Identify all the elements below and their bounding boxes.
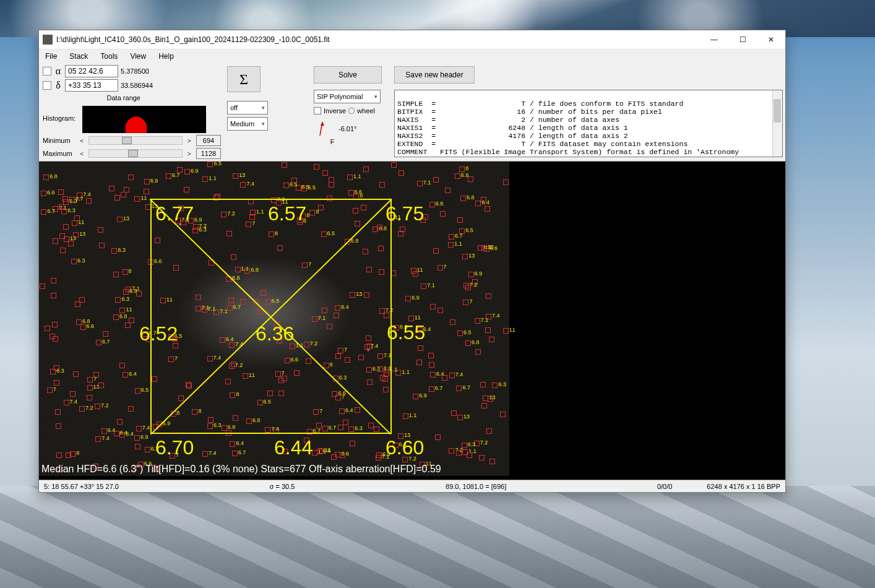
minimum-value[interactable]: 694 bbox=[196, 135, 221, 146]
hfd-mid-left: 6.52 bbox=[139, 322, 178, 345]
star-box bbox=[71, 259, 77, 264]
status-sigma: σ = 30.5 bbox=[265, 483, 300, 490]
save-header-button[interactable]: Save new header bbox=[394, 66, 475, 84]
star-box bbox=[66, 452, 71, 458]
star-box bbox=[125, 322, 131, 328]
hfd-top-right: 6.75 bbox=[386, 202, 424, 225]
star-hfd-label: 11 bbox=[140, 195, 147, 201]
quality-select[interactable]: Medium▾ bbox=[227, 117, 268, 131]
star-box bbox=[399, 170, 404, 176]
min-inc-button[interactable]: > bbox=[185, 137, 194, 144]
star-box bbox=[101, 428, 107, 434]
star-hfd-label: 7.1 bbox=[427, 282, 435, 288]
app-icon bbox=[43, 35, 53, 45]
star-box bbox=[74, 215, 80, 221]
star-hfd-label: 1.1 bbox=[209, 175, 217, 181]
minimize-button[interactable]: — bbox=[700, 30, 728, 49]
star-box bbox=[403, 413, 408, 419]
star-hfd-label: 6.6 bbox=[323, 447, 331, 454]
star-box bbox=[460, 196, 466, 201]
star-hfd-label: 6.7 bbox=[238, 449, 246, 456]
star-box bbox=[230, 441, 235, 447]
star-box bbox=[184, 169, 190, 175]
star-hfd-label: 6.4 bbox=[236, 440, 244, 446]
star-box bbox=[52, 322, 58, 327]
max-dec-button[interactable]: < bbox=[77, 150, 86, 157]
star-box bbox=[50, 369, 56, 374]
delta-decimal: 33.586944 bbox=[121, 82, 157, 89]
star-box bbox=[128, 175, 134, 180]
star-box bbox=[475, 318, 480, 324]
alpha-input[interactable] bbox=[65, 65, 118, 77]
nav-next-icon[interactable] bbox=[43, 81, 51, 90]
star-hfd-label: 6.7 bbox=[47, 208, 55, 214]
star-box bbox=[331, 454, 337, 460]
star-hfd-label: 6.3 bbox=[468, 441, 476, 447]
star-box bbox=[347, 175, 353, 180]
star-hfd-label: 6.3 bbox=[77, 257, 85, 264]
star-box bbox=[113, 272, 119, 277]
star-box bbox=[379, 182, 385, 188]
maximum-slider[interactable] bbox=[88, 149, 183, 158]
delta-input[interactable] bbox=[65, 79, 118, 92]
star-box bbox=[465, 340, 471, 346]
star-box bbox=[95, 404, 100, 409]
star-box bbox=[433, 248, 439, 254]
star-box bbox=[363, 166, 369, 172]
star-hfd-label: 6.9 bbox=[475, 270, 483, 277]
menu-stack[interactable]: Stack bbox=[67, 51, 90, 62]
star-hfd-label: 7.4 bbox=[209, 450, 217, 456]
star-hfd-label: 6.4 bbox=[129, 371, 137, 377]
star-hfd-label: 6.5 bbox=[290, 181, 298, 188]
status-pixel: 89.0, 1081.0 = [696] bbox=[441, 483, 511, 490]
star-box bbox=[56, 423, 61, 429]
inverse-checkbox[interactable] bbox=[314, 107, 321, 115]
sip-select[interactable]: SIP Polynomial▾ bbox=[314, 90, 381, 103]
star-hfd-label: 7.4 bbox=[455, 371, 463, 378]
star-box bbox=[449, 373, 455, 378]
stretch-select[interactable]: off▾ bbox=[227, 101, 268, 115]
star-box bbox=[417, 181, 423, 186]
star-hfd-label: 7.4 bbox=[70, 399, 78, 405]
menu-view[interactable]: View bbox=[127, 51, 149, 62]
menu-help[interactable]: Help bbox=[156, 51, 176, 62]
star-box bbox=[233, 173, 238, 179]
star-box bbox=[350, 441, 355, 446]
fits-scrollbar[interactable] bbox=[772, 90, 782, 157]
star-box bbox=[96, 340, 101, 345]
star-hfd-label: 8 bbox=[129, 268, 132, 274]
nav-prev-icon[interactable] bbox=[43, 67, 51, 76]
star-box bbox=[467, 452, 472, 458]
star-box bbox=[177, 167, 183, 173]
star-hfd-label: 6.5 bbox=[463, 329, 472, 335]
hfd-bottom-left: 6.70 bbox=[155, 436, 194, 459]
menu-file[interactable]: File bbox=[43, 51, 59, 62]
min-dec-button[interactable]: < bbox=[77, 137, 86, 144]
star-box bbox=[500, 412, 506, 417]
sigma-button[interactable]: Σ bbox=[227, 66, 261, 92]
star-box bbox=[492, 383, 498, 388]
star-box bbox=[73, 371, 79, 377]
star-hfd-label: 7 bbox=[53, 386, 56, 392]
star-box bbox=[117, 217, 123, 222]
menu-tools[interactable]: Tools bbox=[98, 51, 120, 62]
star-box bbox=[50, 334, 55, 339]
fits-header-pane[interactable]: SIMPLE = T / file does conform to FITS s… bbox=[394, 90, 783, 157]
star-box bbox=[59, 233, 65, 239]
star-box bbox=[124, 187, 129, 192]
star-box bbox=[99, 243, 105, 248]
histogram[interactable] bbox=[82, 106, 206, 133]
minimum-slider[interactable] bbox=[88, 136, 183, 145]
solve-button[interactable]: Solve bbox=[314, 66, 382, 84]
star-hfd-label: 6.9 bbox=[191, 168, 199, 174]
max-inc-button[interactable]: > bbox=[185, 150, 194, 157]
star-hfd-label: 7.2 bbox=[470, 282, 478, 288]
maximum-value[interactable]: 1128 bbox=[196, 148, 221, 159]
star-hfd-label: 7.4 bbox=[142, 425, 150, 431]
star-box bbox=[166, 173, 171, 179]
image-viewer[interactable]: 6.36.87.17.46.76.611136.56.97.26.4781.16… bbox=[39, 162, 785, 480]
close-button[interactable]: ✕ bbox=[757, 30, 785, 49]
maximize-button[interactable]: ☐ bbox=[728, 30, 757, 49]
star-hfd-label: 7.4 bbox=[492, 313, 500, 319]
star-box bbox=[45, 326, 50, 331]
